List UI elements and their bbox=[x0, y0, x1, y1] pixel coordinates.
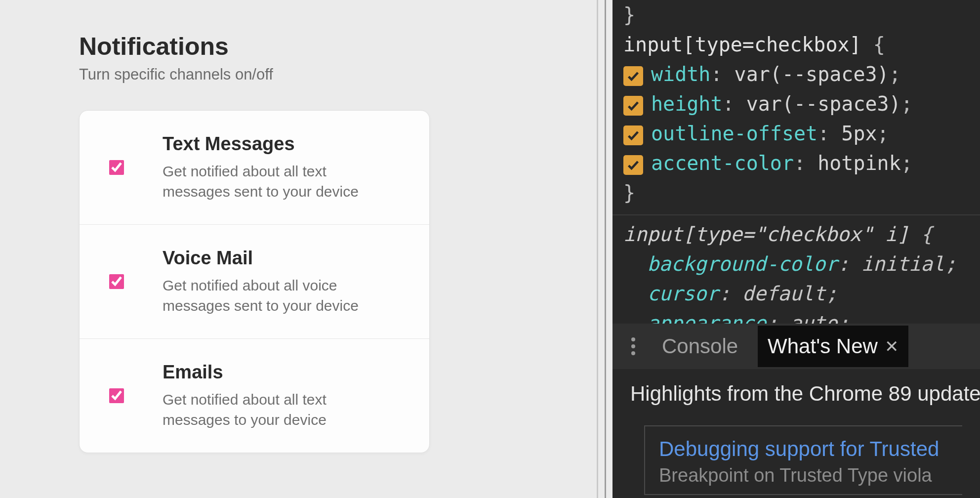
whats-new-headline: Highlights from the Chrome 89 update bbox=[630, 382, 962, 406]
notification-row: Voice Mail Get notified about all voice … bbox=[80, 225, 429, 339]
rule-separator bbox=[612, 214, 980, 215]
devtools-styles-panel: } input[type=checkbox] { width: var(--sp… bbox=[612, 0, 980, 498]
row-description: Get notified about all text messages to … bbox=[163, 390, 375, 430]
page-title: Notifications bbox=[79, 32, 514, 61]
notifications-card: Text Messages Get notified about all tex… bbox=[79, 110, 430, 453]
tab-console[interactable]: Console bbox=[652, 326, 748, 367]
checkbox-voice-mail[interactable] bbox=[109, 274, 124, 289]
css-rule-close-brace: } bbox=[612, 0, 980, 30]
row-title: Voice Mail bbox=[163, 248, 411, 269]
tab-label: Console bbox=[662, 334, 738, 358]
page-subtitle: Turn specific channels on/off bbox=[79, 66, 514, 83]
pane-splitter[interactable] bbox=[593, 0, 612, 498]
news-subtitle: Breakpoint on Trusted Type viola bbox=[659, 465, 962, 486]
row-title: Emails bbox=[163, 362, 411, 383]
checkbox-text-messages[interactable] bbox=[109, 160, 124, 175]
tab-whats-new[interactable]: What's New ✕ bbox=[758, 326, 908, 367]
notification-row: Emails Get notified about all text messa… bbox=[80, 339, 429, 453]
devtools-drawer: Console What's New ✕ Highlights from the… bbox=[612, 324, 980, 495]
notification-row: Text Messages Get notified about all tex… bbox=[80, 111, 429, 225]
css-author-rule[interactable]: input[type=checkbox] { width: var(--spac… bbox=[612, 30, 980, 208]
row-title: Text Messages bbox=[163, 133, 411, 155]
kebab-menu-icon[interactable] bbox=[619, 337, 642, 355]
property-toggle-checkbox[interactable] bbox=[623, 66, 643, 86]
property-toggle-checkbox[interactable] bbox=[623, 96, 643, 116]
tab-label: What's New bbox=[768, 334, 878, 358]
property-toggle-checkbox[interactable] bbox=[623, 125, 643, 145]
close-icon[interactable]: ✕ bbox=[885, 336, 898, 356]
row-description: Get notified about all text messages sen… bbox=[163, 162, 375, 202]
drawer-tabbar: Console What's New ✕ bbox=[612, 324, 980, 369]
preview-pane: Notifications Turn specific channels on/… bbox=[0, 0, 593, 498]
checkbox-emails[interactable] bbox=[109, 388, 124, 403]
news-link[interactable]: Debugging support for Trusted bbox=[659, 437, 962, 461]
row-description: Get notified about all voice messages se… bbox=[163, 276, 375, 316]
news-card[interactable]: Debugging support for Trusted Breakpoint… bbox=[644, 425, 962, 495]
property-toggle-checkbox[interactable] bbox=[623, 155, 643, 175]
